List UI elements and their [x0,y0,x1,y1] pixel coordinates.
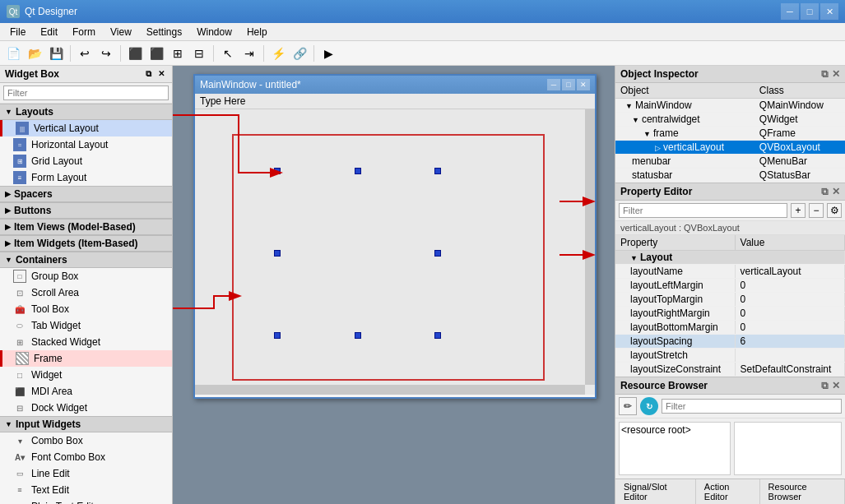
handle-ml[interactable] [274,250,281,257]
menu-file[interactable]: File [3,25,32,39]
inspector-row-mainwindow[interactable]: ▼MainWindow QMainWindow [615,99,845,113]
tab-action-editor[interactable]: Action Editor [696,479,760,504]
prop-val-spacing[interactable]: 6 [735,335,844,349]
inspector-close-btn[interactable]: ✕ [832,68,840,80]
prop-row-spacing[interactable]: layoutSpacing 6 [615,335,845,349]
prop-row-layoutname[interactable]: layoutName verticalLayout [615,265,845,279]
item-tool-box[interactable]: 🧰 Tool Box [0,301,172,317]
layout-grid-button[interactable]: ⊞ [168,44,188,63]
handle-tc[interactable] [355,168,361,174]
resource-filter-input[interactable] [662,399,842,414]
inspector-row-verticallayout[interactable]: ▷verticalLayout QVBoxLayout [615,141,845,155]
inspector-row-statusbar[interactable]: statusbar QStatusBar [615,169,845,183]
inspector-row-frame[interactable]: ▼frame QFrame [615,127,845,141]
item-widget[interactable]: □ Widget [0,367,172,383]
signal-slot-button[interactable]: ⚡ [268,44,288,63]
item-line-edit[interactable]: ▭ Line Edit [0,465,172,482]
prop-row-leftmargin[interactable]: layoutLeftMargin 0 [615,279,845,293]
prop-val-sizeconstraint[interactable]: SetDefaultConstraint [735,363,844,377]
item-dock-widget[interactable]: ⊟ Dock Widget [0,400,172,416]
item-text-edit[interactable]: ≡ Text Edit [0,482,172,498]
handle-mr[interactable] [434,250,441,257]
mw-close[interactable]: ✕ [577,79,590,90]
widget-box-float-button[interactable]: ⧉ [143,68,154,80]
preview-button[interactable]: ▶ [318,44,338,63]
maximize-button[interactable]: □ [801,3,819,20]
save-button[interactable]: 💾 [46,44,66,63]
handle-tr[interactable] [434,168,441,174]
prop-add-button[interactable]: + [791,203,806,218]
filter-input[interactable] [3,86,169,100]
item-group-box[interactable]: □ Group Box [0,268,172,284]
prop-val-rightmargin[interactable]: 0 [735,307,844,321]
category-containers[interactable]: ▼ Containers [0,252,172,268]
category-item-widgets[interactable]: ▶ Item Widgets (Item-Based) [0,235,172,252]
prop-row-topmargin[interactable]: layoutTopMargin 0 [615,293,845,307]
prop-row-sizeconstraint[interactable]: layoutSizeConstraint SetDefaultConstrain… [615,363,845,377]
widget-box-close-button[interactable]: ✕ [156,68,167,80]
prop-config-button[interactable]: ⚙ [827,203,842,218]
resource-browser-float-btn[interactable]: ⧉ [821,380,829,391]
menu-help[interactable]: Help [240,25,274,39]
prop-val-stretch[interactable] [735,349,844,363]
prop-val-topmargin[interactable]: 0 [735,293,844,307]
prop-remove-button[interactable]: − [809,203,824,218]
property-editor-close-btn[interactable]: ✕ [832,186,840,197]
canvas-h-scrollbar[interactable] [195,385,585,395]
resource-refresh-icon[interactable]: ↻ [640,397,658,415]
category-item-views[interactable]: ▶ Item Views (Model-Based) [0,219,172,235]
item-vertical-layout[interactable]: ||| Vertical Layout [0,120,172,136]
inspector-row-centralwidget[interactable]: ▼centralwidget QWidget [615,113,845,127]
item-form-layout[interactable]: ≡ Form Layout [0,169,172,186]
close-button[interactable]: ✕ [820,3,838,20]
category-layouts[interactable]: ▼ Layouts [0,104,172,120]
mw-minimize[interactable]: ─ [547,79,560,90]
handle-bc[interactable] [355,332,361,339]
pointer-button[interactable]: ↖ [218,44,238,63]
menu-view[interactable]: View [104,25,138,39]
prop-val-bottommargin[interactable]: 0 [735,321,844,335]
category-input-widgets[interactable]: ▼ Input Widgets [0,416,172,432]
menu-edit[interactable]: Edit [34,25,64,39]
inspector-row-menubar[interactable]: menubar QMenuBar [615,155,845,169]
prop-filter-input[interactable] [619,203,787,218]
property-editor-float-btn[interactable]: ⧉ [821,186,829,197]
undo-button[interactable]: ↩ [75,44,95,63]
item-scroll-area[interactable]: ⊡ Scroll Area [0,284,172,301]
resource-tree[interactable]: <resource root> [619,422,731,475]
main-window-widget[interactable]: MainWindow - untitled* ─ □ ✕ Type Here [193,74,597,399]
menu-form[interactable]: Form [66,25,102,39]
item-horizontal-layout[interactable]: = Horizontal Layout [0,136,172,153]
item-stacked-widget[interactable]: ⊞ Stacked Widget [0,334,172,350]
tab-order-button[interactable]: ⇥ [239,44,259,63]
canvas-area[interactable]: MainWindow - untitled* ─ □ ✕ Type Here [173,66,615,504]
inner-selection[interactable] [277,171,438,335]
item-tab-widget[interactable]: ⬭ Tab Widget [0,317,172,334]
layout-v-button[interactable]: ⬛ [146,44,166,63]
inspector-float-btn[interactable]: ⧉ [821,68,829,80]
item-font-combo-box[interactable]: A▾ Font Combo Box [0,449,172,465]
item-plain-text-edit[interactable]: ≡ Plain Text Edit [0,498,172,504]
category-buttons[interactable]: ▶ Buttons [0,202,172,219]
prop-val-leftmargin[interactable]: 0 [735,279,844,293]
redo-button[interactable]: ↪ [96,44,116,63]
open-button[interactable]: 📂 [25,44,44,63]
tab-resource-browser[interactable]: Resource Browser [760,479,845,504]
minimize-button[interactable]: ─ [781,3,799,20]
prop-row-stretch[interactable]: layoutStretch [615,349,845,363]
canvas-v-scrollbar[interactable] [585,109,595,385]
category-spacers[interactable]: ▶ Spacers [0,186,172,202]
item-grid-layout[interactable]: ⊞ Grid Layout [0,153,172,169]
prop-row-bottommargin[interactable]: layoutBottomMargin 0 [615,321,845,335]
tab-signal-slot-editor[interactable]: Signal/Slot Editor [615,479,696,504]
item-frame[interactable]: Frame [0,350,172,367]
resource-browser-close-btn[interactable]: ✕ [832,380,840,391]
prop-row-rightmargin[interactable]: layoutRightMargin 0 [615,307,845,321]
resource-edit-button[interactable]: ✏ [619,397,637,415]
item-mdi-area[interactable]: ⬛ MDI Area [0,383,172,400]
prop-val-layoutname[interactable]: verticalLayout [735,265,844,279]
menu-settings[interactable]: Settings [140,25,188,39]
mw-maximize[interactable]: □ [562,79,575,90]
new-button[interactable]: 📄 [3,44,23,63]
break-layout-button[interactable]: ⊟ [189,44,209,63]
